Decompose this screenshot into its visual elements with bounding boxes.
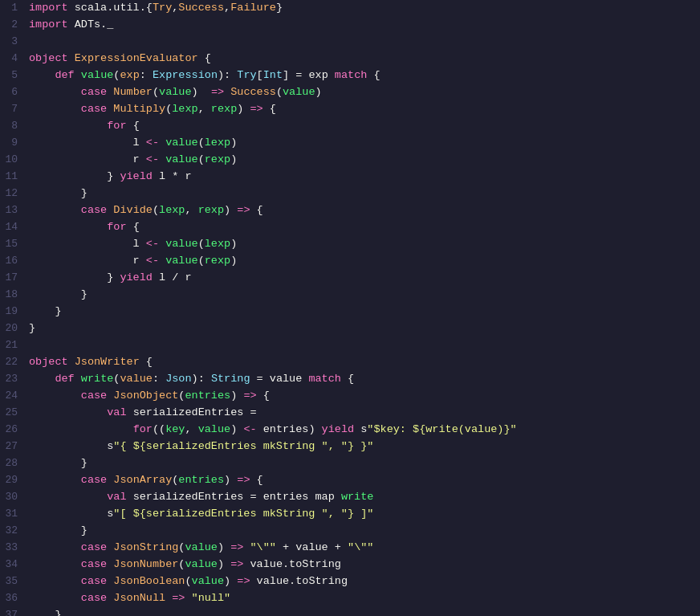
code-line: 26 for((key, value) <- entries) yield s"… xyxy=(0,422,700,439)
code-line: 12 } xyxy=(0,186,700,202)
code-line: 2import ADTs._ xyxy=(0,17,700,34)
line-number: 23 xyxy=(0,371,29,387)
line-number: 12 xyxy=(0,186,29,202)
line-number: 6 xyxy=(0,84,29,100)
line-content: for((key, value) <- entries) yield s"$ke… xyxy=(29,422,694,439)
line-number: 10 xyxy=(0,152,29,168)
line-content: case JsonObject(entries) => { xyxy=(29,388,694,405)
line-content: } yield l / r xyxy=(29,270,694,287)
code-line: 23 def write(value: Json): String = valu… xyxy=(0,371,700,388)
line-content: object JsonWriter { xyxy=(29,354,694,371)
code-line: 5 def value(exp: Expression): Try[Int] =… xyxy=(0,67,700,84)
line-number: 7 xyxy=(0,101,29,117)
line-content: case JsonArray(entries) => { xyxy=(29,472,694,489)
code-line: 9 l <- value(lexp) xyxy=(0,135,700,152)
code-line: 14 for { xyxy=(0,219,700,236)
line-number: 9 xyxy=(0,135,29,151)
line-number: 21 xyxy=(0,337,29,353)
line-number: 4 xyxy=(0,51,29,67)
line-content: def value(exp: Expression): Try[Int] = e… xyxy=(29,67,694,84)
line-content xyxy=(29,337,694,354)
line-number: 16 xyxy=(0,253,29,269)
code-line: 10 r <- value(rexp) xyxy=(0,152,700,169)
code-line: 22object JsonWriter { xyxy=(0,354,700,371)
line-content: case JsonBoolean(value) => value.toStrin… xyxy=(29,573,694,590)
line-content: case JsonString(value) => "\"" + value +… xyxy=(29,540,694,557)
line-content: import scala.util.{Try,Success,Failure} xyxy=(29,0,694,17)
code-line: 1import scala.util.{Try,Success,Failure} xyxy=(0,0,700,17)
line-content: case JsonNumber(value) => value.toString xyxy=(29,557,694,573)
code-line: 19 } xyxy=(0,304,700,320)
line-number: 24 xyxy=(0,388,29,404)
line-number: 31 xyxy=(0,506,29,522)
code-line: 4object ExpressionEvaluator { xyxy=(0,51,700,67)
line-content: s"[ ${serializedEntries mkString ", "} ]… xyxy=(29,506,694,523)
line-number: 15 xyxy=(0,236,29,252)
code-line: 32 } xyxy=(0,523,700,540)
line-content: l <- value(lexp) xyxy=(29,236,694,253)
line-content: for { xyxy=(29,118,694,135)
line-content: } xyxy=(29,304,694,320)
line-content: val serializedEntries = xyxy=(29,405,694,422)
line-number: 36 xyxy=(0,590,29,606)
code-line: 37 } xyxy=(0,607,700,616)
code-line: 25 val serializedEntries = xyxy=(0,405,700,422)
code-line: 29 case JsonArray(entries) => { xyxy=(0,472,700,489)
code-line: 16 r <- value(rexp) xyxy=(0,253,700,270)
line-number: 28 xyxy=(0,455,29,471)
line-content: } xyxy=(29,455,694,472)
line-number: 37 xyxy=(0,607,29,616)
line-number: 8 xyxy=(0,118,29,134)
line-content: import ADTs._ xyxy=(29,17,694,34)
line-number: 35 xyxy=(0,573,29,589)
line-number: 3 xyxy=(0,34,29,50)
code-line: 7 case Multiply(lexp, rexp) => { xyxy=(0,101,700,118)
line-content: case Divide(lexp, rexp) => { xyxy=(29,202,694,219)
line-content: } yield l * r xyxy=(29,169,694,186)
line-content: val serializedEntries = entries map writ… xyxy=(29,489,694,506)
line-number: 18 xyxy=(0,287,29,303)
line-number: 27 xyxy=(0,439,29,455)
line-number: 2 xyxy=(0,17,29,33)
code-line: 17 } yield l / r xyxy=(0,270,700,287)
line-number: 29 xyxy=(0,472,29,488)
code-line: 28 } xyxy=(0,455,700,472)
line-number: 14 xyxy=(0,219,29,235)
line-content: def write(value: Json): String = value m… xyxy=(29,371,694,388)
line-content: case Number(value) => Success(value) xyxy=(29,84,694,101)
line-content: case JsonNull => "null" xyxy=(29,590,694,607)
line-number: 13 xyxy=(0,202,29,218)
line-number: 32 xyxy=(0,523,29,539)
line-number: 26 xyxy=(0,422,29,438)
code-line: 31 s"[ ${serializedEntries mkString ", "… xyxy=(0,506,700,523)
line-content: l <- value(lexp) xyxy=(29,135,694,152)
code-line: 34 case JsonNumber(value) => value.toStr… xyxy=(0,557,700,573)
line-number: 1 xyxy=(0,0,29,16)
line-number: 22 xyxy=(0,354,29,370)
line-content: case Multiply(lexp, rexp) => { xyxy=(29,101,694,118)
line-content: } xyxy=(29,320,694,337)
code-line: 35 case JsonBoolean(value) => value.toSt… xyxy=(0,573,700,590)
code-line: 11 } yield l * r xyxy=(0,169,700,186)
code-line: 27 s"{ ${serializedEntries mkString ", "… xyxy=(0,439,700,455)
line-content: } xyxy=(29,523,694,540)
line-content: s"{ ${serializedEntries mkString ", "} }… xyxy=(29,439,694,455)
line-number: 19 xyxy=(0,304,29,320)
code-editor: 1import scala.util.{Try,Success,Failure}… xyxy=(0,0,700,616)
code-line: 20} xyxy=(0,320,700,337)
line-content xyxy=(29,34,694,51)
code-line: 15 l <- value(lexp) xyxy=(0,236,700,253)
line-content: r <- value(rexp) xyxy=(29,253,694,270)
line-content: object ExpressionEvaluator { xyxy=(29,51,694,67)
code-line: 36 case JsonNull => "null" xyxy=(0,590,700,607)
code-line: 24 case JsonObject(entries) => { xyxy=(0,388,700,405)
line-content: } xyxy=(29,287,694,304)
line-content: } xyxy=(29,186,694,202)
line-number: 5 xyxy=(0,67,29,84)
line-number: 30 xyxy=(0,489,29,505)
line-number: 33 xyxy=(0,540,29,556)
line-content: r <- value(rexp) xyxy=(29,152,694,169)
line-number: 34 xyxy=(0,557,29,573)
line-number: 11 xyxy=(0,169,29,185)
line-number: 17 xyxy=(0,270,29,286)
